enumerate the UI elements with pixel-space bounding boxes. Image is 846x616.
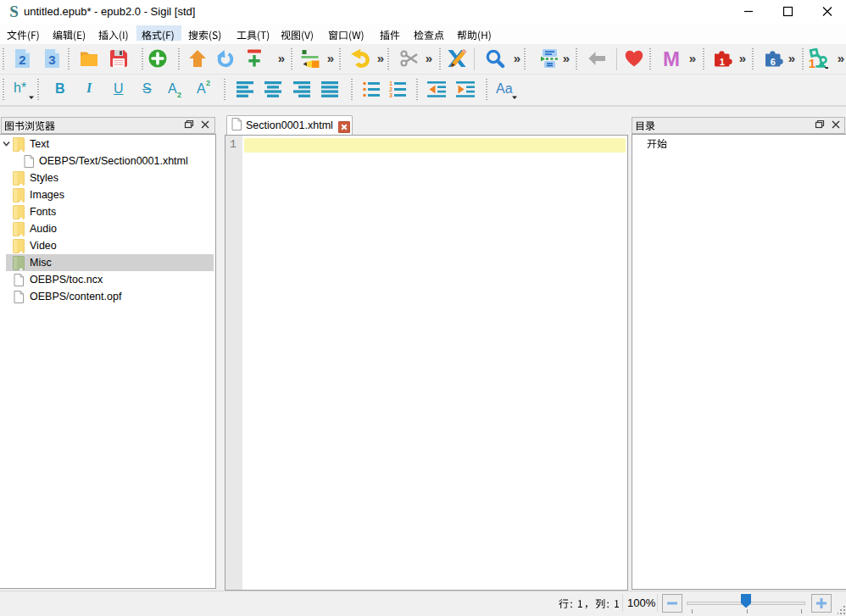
svg-text:1: 1 [720, 57, 725, 67]
svg-text:1: 1 [809, 56, 815, 69]
svg-text:3: 3 [48, 53, 55, 67]
svg-text:M: M [663, 48, 680, 69]
svg-text:6: 6 [771, 57, 776, 67]
svg-text:S: S [9, 3, 19, 19]
svg-text:3: 3 [389, 92, 392, 97]
svg-text:2: 2 [19, 53, 25, 67]
svg-text:2: 2 [389, 86, 392, 92]
